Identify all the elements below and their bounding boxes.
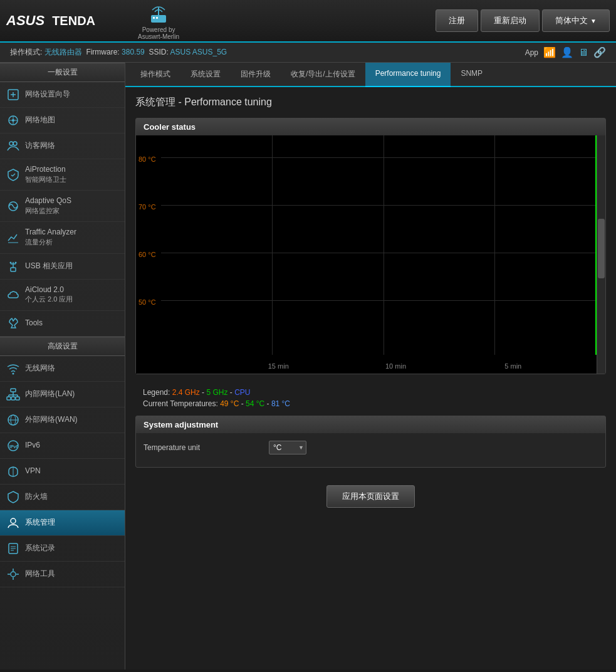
tab-snmp[interactable]: SNMP	[451, 63, 493, 87]
sidebar-item-tools[interactable]: Tools	[0, 311, 125, 337]
apply-button[interactable]: 应用本页面设置	[326, 485, 415, 508]
current-temps-line: Current Temperatures: 49 °C - 54 °C - 81…	[143, 399, 598, 408]
sidebar-item-aiprotection[interactable]: AiProtection 智能网络卫士	[0, 159, 125, 191]
firmware-value[interactable]: 380.59	[122, 48, 145, 56]
sidebar-item-label-usb: USB 相关应用	[25, 261, 73, 271]
firewall-icon	[6, 490, 20, 504]
cloud-icon	[6, 288, 20, 302]
svg-rect-25	[11, 397, 15, 400]
qos-icon	[6, 199, 20, 213]
register-button[interactable]: 注册	[436, 9, 478, 32]
header: ASUS TENDA Powered by Asuswrt-Merlin 注册 …	[0, 0, 616, 43]
sidebar-item-label-qos: Adaptive QoS 网络监控家	[25, 196, 71, 216]
sidebar-item-aicloud[interactable]: AiCloud 2.0 个人云 2.0 应用	[0, 280, 125, 311]
sidebar-item-syslog[interactable]: 系统记录	[0, 536, 125, 562]
sidebar-item-label-ipv6: IPv6	[25, 441, 40, 451]
tab-operation-mode[interactable]: 操作模式	[130, 63, 180, 87]
language-button[interactable]: 简体中文 ▼	[542, 9, 610, 32]
temp-unit-select[interactable]: °C °F	[269, 441, 306, 454]
x-label-5: 5 min	[504, 362, 521, 370]
ssid-label: SSID:	[147, 48, 170, 56]
tab-firmware-upgrade[interactable]: 固件升级	[231, 63, 281, 87]
sidebar-item-sysmanage[interactable]: 系统管理	[0, 510, 125, 536]
sidebar-item-wireless[interactable]: 无线网络	[0, 356, 125, 382]
content-area: 操作模式 系统设置 固件升级 收复/导出/上传设置 Performance tu…	[125, 63, 616, 669]
page-content: 系统管理 - Performance tuning Cooler status …	[125, 87, 616, 529]
sidebar-item-label-syslog: 系统记录	[25, 543, 55, 554]
vpn-icon	[6, 465, 20, 478]
sidebar-item-vpn[interactable]: VPN	[0, 459, 125, 485]
asus-logo: ASUS	[6, 13, 44, 29]
sidebar-item-label-guest: 访客网络	[25, 141, 55, 151]
wan-icon	[6, 413, 20, 427]
router-icon	[146, 1, 171, 26]
svg-point-11	[9, 142, 13, 145]
tab-system-settings[interactable]: 系统设置	[180, 63, 231, 87]
temp-sep2: -	[267, 399, 271, 408]
status-info: 操作模式: 无线路由器 Firmware: 380.59 SSID: ASUS …	[10, 47, 227, 58]
sidebar-item-guest-network[interactable]: 访客网络	[0, 134, 125, 159]
sidebar-item-adaptive-qos[interactable]: Adaptive QoS 网络监控家	[0, 191, 125, 222]
sidebar-item-label-sysmanage: 系统管理	[25, 518, 55, 528]
ssid-value2[interactable]: ASUS_5G	[192, 48, 227, 56]
scrollbar-thumb[interactable]	[598, 219, 605, 278]
sidebar-item-ipv6[interactable]: IPv6 IPv6	[0, 433, 125, 459]
merlin-label: Asuswrt-Merlin	[138, 33, 179, 40]
sidebar-section-general: 一般设置	[0, 63, 125, 82]
sidebar-item-label-lan: 内部网络(LAN)	[25, 389, 75, 399]
powered-by-area: Powered by Asuswrt-Merlin	[138, 1, 179, 40]
powered-by-label: Powered by	[142, 26, 175, 33]
scrollbar-track[interactable]	[597, 135, 605, 374]
user-icon[interactable]: 👤	[561, 46, 573, 58]
sidebar-item-lan[interactable]: 内部网络(LAN)	[0, 382, 125, 407]
sidebar-section-advanced: 高级设置	[0, 337, 125, 356]
temp-unit-row: Temperature unit °C °F	[144, 441, 598, 454]
sidebar-item-traffic-analyzer[interactable]: Traffic Analyzer 流量分析	[0, 222, 125, 253]
svg-rect-17	[11, 268, 16, 271]
tab-bar: 操作模式 系统设置 固件升级 收复/导出/上传设置 Performance tu…	[125, 63, 616, 87]
svg-line-13	[11, 175, 13, 176]
y-label-70: 70 °C	[138, 203, 156, 211]
svg-rect-24	[7, 397, 11, 400]
apply-row: 应用本页面设置	[135, 476, 606, 520]
svg-line-14	[13, 174, 15, 176]
sidebar-item-label-nettools: 网络工具	[25, 569, 55, 579]
status-bar: 操作模式: 无线路由器 Firmware: 380.59 SSID: ASUS …	[0, 43, 616, 63]
system-adjustment-body: Temperature unit °C °F	[136, 433, 605, 467]
temp-cpu: 81 °C	[271, 399, 290, 408]
tenda-logo: TENDA	[52, 14, 95, 28]
y-label-60: 60 °C	[138, 251, 156, 258]
sysmanage-icon	[6, 516, 20, 530]
sidebar-item-network-map[interactable]: 网络地图	[0, 108, 125, 134]
y-label-80: 80 °C	[138, 155, 156, 163]
usb-icon	[6, 260, 20, 273]
map-icon	[6, 113, 20, 127]
sidebar-item-label-wireless: 无线网络	[25, 364, 55, 374]
chart-section: Cooler status 80 °C 70 °C 60 °C 50 °C	[135, 118, 606, 374]
legend-5ghz: 5 GHz	[206, 388, 227, 397]
ssid-value1[interactable]: ASUS	[170, 48, 191, 56]
tab-performance-tuning[interactable]: Performance tuning	[365, 63, 451, 87]
sidebar-item-firewall[interactable]: 防火墙	[0, 485, 125, 510]
sidebar-item-network-wizard[interactable]: 网络设置向导	[0, 82, 125, 108]
temp-5ghz: 54 °C	[246, 399, 264, 408]
temp-unit-label: Temperature unit	[144, 443, 269, 452]
mode-value[interactable]: 无线路由器	[44, 48, 82, 56]
nettools-icon	[6, 567, 20, 581]
sidebar-item-wan[interactable]: 外部网络(WAN)	[0, 407, 125, 433]
sidebar-item-nettools[interactable]: 网络工具	[0, 562, 125, 587]
chevron-down-icon: ▼	[590, 18, 597, 24]
wifi-icon[interactable]: 📶	[543, 46, 556, 58]
main-layout: 一般设置 网络设置向导 网络地图 访客网络 AiProtection 智能网络卫…	[0, 63, 616, 669]
tab-restore-export[interactable]: 收复/导出/上传设置	[281, 63, 365, 87]
sidebar-item-label-wan: 外部网络(WAN)	[25, 415, 78, 425]
share-icon[interactable]: 🔗	[593, 46, 606, 58]
lan-icon	[6, 387, 20, 401]
sidebar-item-usb[interactable]: USB 相关应用	[0, 254, 125, 280]
monitor-icon[interactable]: 🖥	[578, 47, 588, 58]
current-temps-label: Current Temperatures:	[143, 399, 218, 408]
restart-button[interactable]: 重新启动	[481, 9, 540, 32]
temp-select-wrap[interactable]: °C °F	[269, 441, 306, 454]
svg-rect-2	[156, 17, 158, 19]
sidebar-item-label-wizard: 网络设置向导	[25, 90, 70, 100]
